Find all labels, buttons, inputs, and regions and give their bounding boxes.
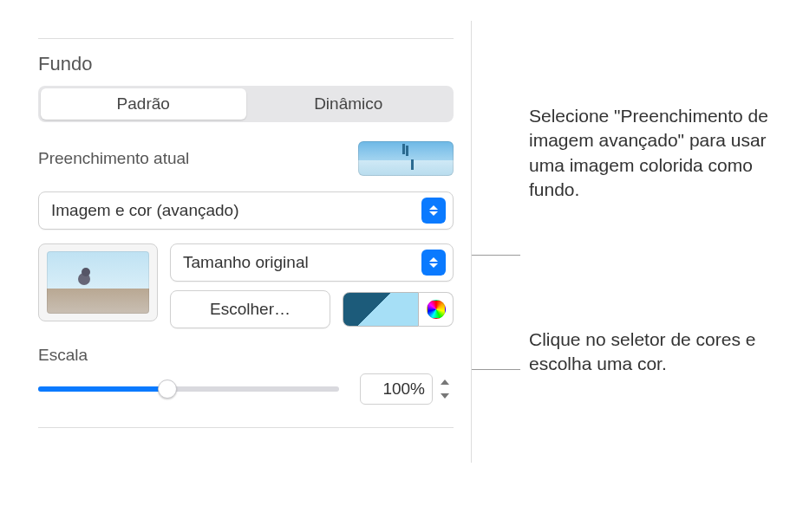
current-fill-row: Preenchimento atual xyxy=(38,141,454,176)
slider-knob[interactable] xyxy=(158,380,177,399)
current-fill-label: Preenchimento atual xyxy=(38,149,189,168)
scale-value-field[interactable]: 100% xyxy=(360,373,433,405)
stepper-down-button[interactable] xyxy=(436,389,454,403)
scale-mode-popup[interactable]: Tamanho original xyxy=(170,243,454,282)
stepper-up-button[interactable] xyxy=(436,375,454,389)
color-controls xyxy=(343,292,454,327)
popup-arrows-icon xyxy=(421,250,446,276)
callout-fill-popup: Selecione "Preenchimento de imagem avanç… xyxy=(529,104,789,202)
choose-label: Escolher… xyxy=(210,300,291,319)
choose-image-button[interactable]: Escolher… xyxy=(170,290,330,328)
scale-label: Escala xyxy=(38,346,454,365)
scale-slider[interactable] xyxy=(38,379,339,399)
format-panel: Fundo Padrão Dinâmico Preenchimento atua… xyxy=(21,21,472,463)
background-mode-segmented[interactable]: Padrão Dinâmico xyxy=(38,86,454,122)
image-settings-row: Tamanho original Escolher… xyxy=(38,243,454,328)
current-fill-thumbnail[interactable] xyxy=(358,141,454,176)
image-well[interactable] xyxy=(38,243,158,321)
tint-color-well[interactable] xyxy=(343,292,419,327)
color-picker-button[interactable] xyxy=(419,292,454,327)
color-wheel-icon xyxy=(427,300,446,319)
callout-color-wheel: Clique no seletor de cores e escolha uma… xyxy=(529,328,789,377)
segment-dynamic[interactable]: Dinâmico xyxy=(246,88,452,120)
divider xyxy=(38,427,454,428)
image-preview xyxy=(47,251,149,314)
section-title-fundo: Fundo xyxy=(38,53,454,75)
fill-type-popup[interactable]: Imagem e cor (avançado) xyxy=(38,191,454,230)
scale-mode-value: Tamanho original xyxy=(183,253,309,272)
fill-type-value: Imagem e cor (avançado) xyxy=(51,201,239,220)
scale-row: 100% xyxy=(38,373,454,405)
callout-leader xyxy=(472,369,520,370)
popup-arrows-icon xyxy=(421,198,446,224)
scale-value: 100% xyxy=(382,380,425,399)
segment-standard[interactable]: Padrão xyxy=(41,88,246,120)
callout-leader xyxy=(472,255,520,256)
divider xyxy=(38,38,454,39)
scale-stepper: 100% xyxy=(360,373,454,405)
